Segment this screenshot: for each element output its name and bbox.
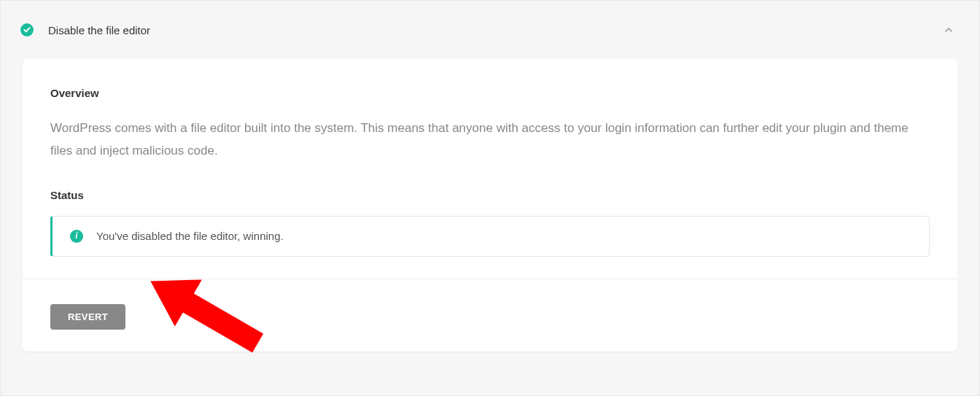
check-circle-icon: [20, 23, 34, 36]
panel-title: Disable the file editor: [48, 24, 150, 36]
status-heading: Status: [50, 189, 930, 201]
overview-text: WordPress comes with a file editor built…: [50, 117, 930, 163]
status-message-text: You've disabled the file editor, winning…: [96, 230, 284, 242]
info-icon: i: [70, 230, 83, 243]
overview-heading: Overview: [50, 87, 930, 99]
panel-card: Overview WordPress comes with a file edi…: [23, 59, 957, 352]
chevron-up-icon[interactable]: [940, 21, 957, 39]
settings-panel: Disable the file editor Overview WordPre…: [0, 0, 980, 396]
panel-footer: REVERT: [23, 279, 957, 352]
status-message-box: i You've disabled the file editor, winni…: [50, 216, 930, 257]
accordion-header[interactable]: Disable the file editor: [1, 1, 979, 59]
revert-button[interactable]: REVERT: [50, 304, 125, 330]
